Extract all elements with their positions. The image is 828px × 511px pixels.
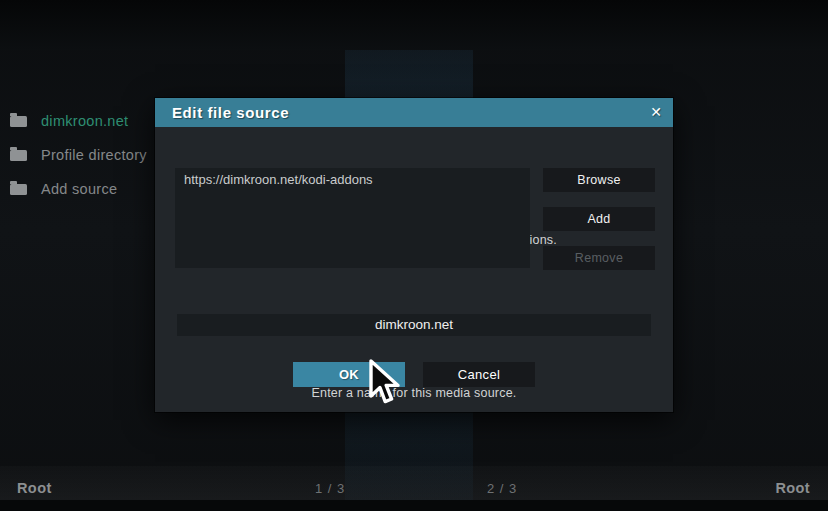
bottom-strip bbox=[0, 500, 828, 511]
sidebar-item-label: dimkroon.net bbox=[41, 113, 128, 129]
sidebar-item-label: Add source bbox=[41, 181, 117, 197]
footer-bar bbox=[0, 466, 828, 500]
add-button[interactable]: Add bbox=[543, 207, 655, 231]
sidebar-item-profile-directory[interactable]: Profile directory bbox=[10, 144, 147, 166]
pager-right: 2 / 3 bbox=[487, 481, 517, 496]
close-icon[interactable]: ✕ bbox=[650, 98, 662, 127]
folder-icon bbox=[10, 116, 27, 127]
folder-icon bbox=[10, 184, 27, 195]
pager-left: 1 / 3 bbox=[315, 481, 345, 496]
footer-root-left: Root bbox=[17, 480, 52, 496]
sidebar-item-add-source[interactable]: Add source bbox=[10, 178, 117, 200]
browse-button[interactable]: Browse bbox=[543, 168, 655, 192]
remove-button: Remove bbox=[543, 246, 655, 270]
paths-list: https://dimkroon.net/kodi-addons bbox=[175, 168, 530, 268]
footer-root-right: Root bbox=[775, 480, 810, 496]
ok-button[interactable]: OK bbox=[293, 362, 405, 387]
dialog-title: Edit file source bbox=[172, 98, 289, 127]
sidebar-item-label: Profile directory bbox=[41, 147, 147, 163]
cancel-button[interactable]: Cancel bbox=[423, 362, 535, 387]
folder-icon bbox=[10, 150, 27, 161]
name-instruction: Enter a name for this media source. bbox=[155, 386, 673, 400]
top-bar bbox=[0, 0, 828, 50]
edit-file-source-dialog: Edit file source ✕ Enter the paths or br… bbox=[155, 98, 673, 412]
sidebar-item-dimkroon[interactable]: dimkroon.net bbox=[10, 110, 128, 132]
media-source-name-field[interactable]: dimkroon.net bbox=[177, 314, 651, 336]
path-list-item[interactable]: https://dimkroon.net/kodi-addons bbox=[175, 168, 530, 192]
